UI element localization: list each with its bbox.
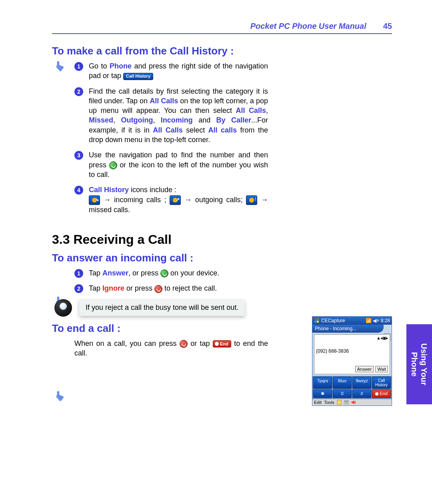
step-3-text: Use the navigation pad to find the numbe… (89, 150, 268, 179)
phone-bottombar: Edit Tools (312, 399, 392, 406)
end-call-step: When on a call, you can press or tap End… (74, 339, 268, 358)
text: Go to (89, 62, 110, 70)
page-header: Pocket PC Phone User Manual 45 (52, 22, 392, 34)
svg-rect-2 (314, 321, 316, 323)
answer-step-2: 2 Tap Ignore or press to reject the call… (74, 283, 268, 293)
step-4: 4 Call History icons include : ↘ → incom… (74, 185, 268, 215)
chapter-tab-line2: Phone (410, 352, 419, 376)
edit-menu[interactable]: Edit (314, 400, 322, 405)
phone-display: ▲◂▣▸ (092) 688-3836 Answer Wait (314, 334, 390, 374)
phone-status: Phone - Incoming... (312, 325, 384, 333)
step-2-text: Find the call details by first selecting… (89, 86, 268, 145)
hand-pointer-icon (54, 60, 66, 72)
heading-call-history: To make a call from the Call History : (52, 45, 268, 57)
windows-flag-icon[interactable] (314, 318, 320, 323)
key-8[interactable]: 8tuv (333, 377, 352, 389)
answer-step-2-text: Tap Ignore or press to reject the call. (89, 283, 268, 293)
key-call-history[interactable]: Call History (372, 377, 391, 389)
red-hangup-icon (180, 340, 188, 348)
svg-rect-3 (317, 321, 319, 323)
step-badge-3: 3 (74, 151, 83, 160)
tip-row: If you reject a call the busy tone will … (54, 299, 268, 317)
key-7[interactable]: 7pqrs (313, 377, 332, 389)
heading-answer-incoming: To answer an incoming call : (52, 252, 268, 264)
step-1-text: Go to Phone and press the right side of … (89, 61, 268, 81)
end-call-text: When on a call, you can press or tap End… (74, 339, 268, 358)
heading-end-call: To end a call : (52, 322, 268, 335)
incoming-number: (092) 688-3836 (316, 348, 388, 354)
phone-screenshot: CECapture 📶 ◀× 8:28 Phone - Incoming... … (312, 316, 392, 406)
missed-call-icon: ! (246, 195, 257, 205)
outgoing-call-icon: ↗ (170, 195, 181, 205)
page-number: 45 (383, 22, 392, 31)
phone-keyword: Phone (110, 62, 132, 70)
antenna-icon: 📶 (366, 318, 372, 323)
incoming-call-icon: ↘ (89, 195, 100, 205)
phone-app-title: CECapture (321, 318, 345, 323)
answer-button[interactable]: Answer (355, 366, 374, 372)
tip-box: If you reject a call the busy tone will … (79, 299, 245, 316)
mute-icon[interactable] (351, 400, 356, 405)
phone-keypad: 7pqrs 8tuv 9wxyz Call History ✱ 0 # End (312, 376, 392, 399)
wait-button[interactable]: Wait (375, 366, 388, 372)
signal-icons: ▲◂▣▸ (376, 335, 388, 341)
green-call-icon (160, 269, 168, 277)
step-4-text: Call History icons include : ↘ → incomin… (89, 185, 268, 215)
step-badge-2: 2 (74, 87, 83, 96)
hand-pointer-icon (54, 390, 66, 402)
key-pound[interactable]: # (352, 390, 371, 398)
chapter-tab-line1: Using Your (420, 343, 428, 386)
step-badge-4: 4 (74, 186, 83, 195)
step-badge-2: 2 (74, 284, 83, 293)
step-badge-1: 1 (74, 269, 83, 278)
tools-menu[interactable]: Tools (324, 400, 334, 405)
header-title: Pocket PC Phone User Manual (250, 22, 366, 31)
content-column: To make a call from the Call History : 1… (52, 40, 268, 358)
clock: 8:28 (381, 318, 390, 323)
note-icon[interactable] (337, 400, 342, 405)
green-call-icon (109, 161, 117, 169)
key-end[interactable]: End (372, 390, 391, 398)
key-0[interactable]: 0 (333, 390, 352, 398)
key-star[interactable]: ✱ (313, 390, 332, 398)
call-history-chip: Call History (123, 73, 153, 80)
svg-rect-4 (337, 400, 341, 404)
answer-step-1: 1 Tap Answer, or press on your device. (74, 268, 268, 278)
step-badge-1: 1 (74, 62, 83, 71)
phone-titlebar-right: 📶 ◀× 8:28 (366, 318, 390, 323)
step-2: 2 Find the call details by first selecti… (74, 86, 268, 145)
red-hangup-icon (154, 285, 162, 293)
heading-receiving-call: 3.3 Receiving a Call (52, 232, 268, 247)
svg-rect-0 (314, 318, 316, 320)
svg-rect-1 (317, 318, 319, 320)
lightbulb-icon (54, 299, 72, 317)
step-3: 3 Use the navigation pad to find the num… (74, 150, 268, 179)
phone-titlebar: CECapture 📶 ◀× 8:28 (312, 317, 392, 325)
keyboard-icon[interactable] (344, 400, 349, 405)
key-9[interactable]: 9wxyz (352, 377, 371, 389)
end-chip: End (213, 340, 231, 347)
chapter-tab: Using Your Phone (406, 324, 432, 404)
answer-step-1-text: Tap Answer, or press on your device. (89, 268, 268, 278)
step-1: 1 Go to Phone and press the right side o… (74, 61, 268, 81)
speaker-icon[interactable]: ◀× (373, 318, 379, 323)
